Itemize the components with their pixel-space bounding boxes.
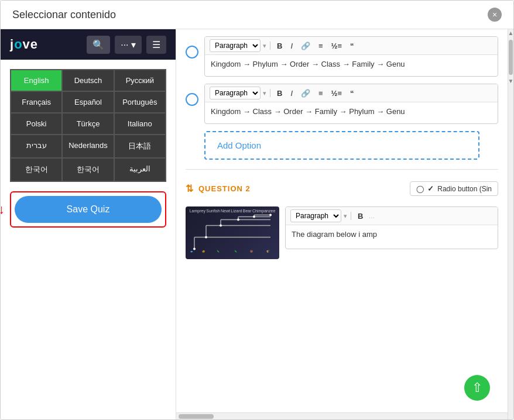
question-2-content-row: Lamprey Sunfish Newt Lizard Bear Chimpan…: [186, 206, 498, 259]
bold-button-2[interactable]: B: [274, 88, 285, 99]
phylogeny-diagram: 🐟 🐠 🦎 🦎 🐻 🐒: [186, 206, 279, 259]
italic-button-1[interactable]: I: [287, 40, 296, 51]
animal-labels: Lamprey Sunfish Newt Lizard Bear Chimpan…: [186, 209, 279, 213]
quote-button-1[interactable]: “: [347, 40, 357, 51]
toolbar-divider-2: [270, 89, 270, 97]
lang-turkce[interactable]: Türkçe: [62, 113, 114, 135]
sidebar: jove 🔍 ··· ▾ ☰ English Deutsch Русский F…: [1, 29, 176, 419]
lang-arabic[interactable]: العربية: [114, 158, 166, 181]
lang-polski[interactable]: Polski: [11, 113, 62, 135]
jove-logo: jove: [10, 37, 38, 52]
q2-bold-button[interactable]: B: [355, 211, 366, 222]
lang-francais[interactable]: Français: [11, 91, 62, 113]
modal-title: Seleccionar contenido: [12, 9, 116, 21]
q2-format-select[interactable]: Paragraph: [290, 209, 341, 222]
modal-container: Seleccionar contenido × jove 🔍 ··· ▾ ☰ E…: [0, 0, 514, 420]
lang-korean1[interactable]: 한국어: [11, 158, 62, 181]
svg-point-14: [253, 216, 255, 218]
section-divider: [186, 169, 498, 170]
list-button-1[interactable]: ≡: [316, 40, 326, 51]
label-chimp: Chimpanzee: [252, 209, 275, 213]
question-type-label: Radio button (Sin: [437, 185, 492, 193]
menu-dots-button[interactable]: ··· ▾: [115, 36, 142, 54]
scroll-up-fab-button[interactable]: ⇧: [464, 375, 490, 401]
editor-block-2: Paragraph ▾ B I 🔗 ≡ ½≡ “: [204, 84, 498, 124]
add-option-button[interactable]: Add Option: [204, 131, 479, 160]
editor-block-1: Paragraph ▾ B I 🔗 ≡ ½≡ “: [204, 36, 498, 77]
logo-accent: o: [14, 37, 22, 51]
modal-body: jove 🔍 ··· ▾ ☰ English Deutsch Русский F…: [1, 29, 513, 419]
content-area: Paragraph ▾ B I 🔗 ≡ ½≡ “: [176, 29, 508, 412]
red-arrow-icon: ↓: [1, 202, 5, 217]
svg-point-15: [269, 214, 272, 216]
hamburger-button[interactable]: ☰: [146, 36, 166, 54]
question-2-editor-content[interactable]: The diagram below i amp: [286, 225, 498, 249]
label-sunfish: Sunfish: [206, 209, 220, 213]
checkmark-icon: ◯: [416, 185, 424, 193]
format-select-2[interactable]: Paragraph: [210, 87, 261, 99]
option-row-2: Paragraph ▾ B I 🔗 ≡ ½≡ “: [186, 84, 498, 124]
ordered-list-button-2[interactable]: ½≡: [328, 88, 345, 99]
editor-content-2[interactable]: Kingdom → Class → Order → Family → Phylu…: [205, 102, 498, 123]
scroll-down-arrow[interactable]: ▼: [508, 78, 513, 84]
scroll-up-arrow[interactable]: ▲: [508, 30, 513, 36]
question-2-label: ⇅ QUESTION 2: [186, 183, 251, 194]
bottom-scroll-thumb: [179, 414, 214, 419]
lang-english[interactable]: English: [11, 70, 62, 91]
lang-korean2[interactable]: 한국어: [62, 158, 114, 181]
modal-title-bar: Seleccionar contenido ×: [1, 1, 513, 29]
lang-espanol[interactable]: Español: [62, 91, 114, 113]
right-scrollbar-track: ▲ ▼: [508, 29, 513, 419]
lang-russian[interactable]: Русский: [114, 70, 166, 91]
phylogeny-svg: 🐟 🐠 🦎 🦎 🐻 🐒: [189, 209, 276, 256]
question-2-header: ⇅ QUESTION 2 ◯ ✓ Radio button (Sin: [186, 177, 498, 201]
q2-toolbar-divider: [351, 212, 351, 220]
lang-hebrew[interactable]: עברית: [11, 135, 62, 158]
link-button-2[interactable]: 🔗: [298, 88, 313, 99]
svg-text:🐠: 🐠: [202, 250, 205, 253]
svg-text:🦎: 🦎: [217, 250, 220, 253]
format-select-1[interactable]: Paragraph: [210, 39, 261, 52]
modal-close-button[interactable]: ×: [488, 8, 502, 22]
lang-deutsch[interactable]: Deutsch: [62, 70, 114, 91]
question-2-editor: Paragraph ▾ B … The diagram below i amp: [285, 206, 498, 249]
sidebar-header: jove 🔍 ··· ▾ ☰: [1, 29, 176, 60]
content-inner: Paragraph ▾ B I 🔗 ≡ ½≡ “: [176, 29, 508, 266]
phylogeny-image: Lamprey Sunfish Newt Lizard Bear Chimpan…: [186, 206, 279, 259]
lang-italiano[interactable]: Italiano: [114, 113, 166, 135]
label-bear: Bear: [243, 209, 252, 213]
question-type-badge[interactable]: ◯ ✓ Radio button (Sin: [410, 181, 498, 196]
save-quiz-button[interactable]: Save Quiz: [15, 196, 162, 223]
svg-point-12: [220, 225, 222, 227]
bottom-scrollbar[interactable]: [176, 412, 508, 419]
editor-toolbar-1: Paragraph ▾ B I 🔗 ≡ ½≡ “: [205, 37, 498, 55]
ordered-list-button-1[interactable]: ½≡: [328, 40, 345, 51]
search-button[interactable]: 🔍: [87, 36, 110, 54]
radio-option-2[interactable]: [186, 93, 198, 106]
svg-text:🦎: 🦎: [234, 250, 237, 253]
updown-sort-icon: ⇅: [186, 183, 194, 194]
link-button-1[interactable]: 🔗: [298, 40, 313, 51]
italic-button-2[interactable]: I: [287, 88, 296, 99]
bold-button-1[interactable]: B: [274, 40, 285, 51]
editor-content-1[interactable]: Kingdom → Phylum → Order → Class → Famil…: [205, 55, 498, 76]
lang-japanese[interactable]: 日本語: [114, 135, 166, 158]
sidebar-header-actions: 🔍 ··· ▾ ☰: [87, 36, 166, 54]
right-scroll-thumb[interactable]: [509, 40, 513, 75]
svg-point-10: [193, 248, 196, 250]
lang-portugues[interactable]: Português: [114, 91, 166, 113]
question-2-text: QUESTION 2: [198, 184, 251, 193]
language-grid: English Deutsch Русский Français Español…: [10, 69, 166, 182]
list-button-2[interactable]: ≡: [316, 88, 326, 99]
question-2-editor-toolbar: Paragraph ▾ B …: [286, 207, 498, 225]
radio-option-1[interactable]: [186, 46, 198, 58]
save-quiz-area: ↓ Save Quiz: [10, 191, 166, 228]
quote-button-2[interactable]: “: [347, 88, 357, 99]
lang-dutch[interactable]: Nederlands: [62, 135, 114, 158]
label-newt: Newt: [221, 209, 230, 213]
svg-text:🐟: 🐟: [190, 250, 193, 253]
label-lamprey: Lamprey: [190, 209, 205, 213]
svg-point-11: [205, 236, 207, 239]
label-lizard: Lizard: [231, 209, 242, 213]
editor-toolbar-2: Paragraph ▾ B I 🔗 ≡ ½≡ “: [205, 84, 498, 102]
